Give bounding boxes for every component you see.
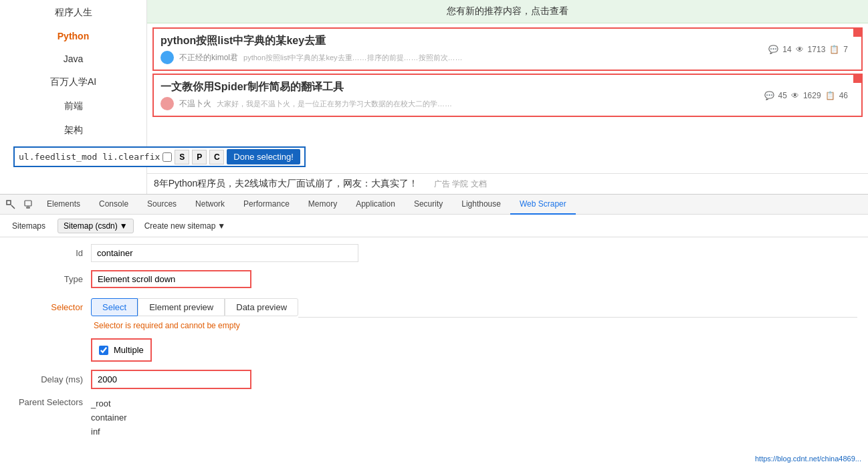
selector-checkbox[interactable] — [162, 152, 172, 162]
sidebar-item-frontend[interactable]: 前端 — [64, 100, 83, 112]
sidebar-item-python[interactable]: Python — [58, 31, 89, 41]
type-label: Type — [11, 274, 91, 284]
selector-error: Selector is required and cannot be empty — [94, 321, 240, 330]
parent-selectors-list: _root container inf — [91, 397, 126, 439]
data-preview-tab-button[interactable]: Data preview — [225, 298, 298, 316]
form-row-parent-selectors: Parent Selectors _root container inf — [11, 397, 857, 439]
website-area: 有序构建您的知识和想法，让工作学习更高效 程序人生 Python Java 百万… — [0, 0, 868, 194]
dropdown-arrow: ▼ — [120, 221, 128, 231]
create-sitemap-button[interactable]: Create new sitemap ▼ — [139, 219, 231, 233]
tab-elements[interactable]: Elements — [37, 195, 90, 215]
c-button[interactable]: C — [209, 150, 224, 164]
article-meta-2: 不温卜火 大家好，我是不温卜火，是一位正在努力学习大数据的在校大二的学…… — [160, 97, 855, 110]
article-corner-1 — [853, 29, 861, 37]
sidebar-item-java[interactable]: Java — [64, 53, 84, 64]
url-bar: https://blog.cdnt.net/china4869... — [755, 455, 861, 463]
delay-input[interactable] — [91, 370, 251, 389]
article-meta-1: 不正经的kimol君 python按照list中字典的某key去重……排序的前提… — [160, 51, 855, 64]
multiple-checkbox[interactable] — [99, 346, 108, 355]
parent-selector-container: container — [91, 411, 126, 425]
done-selecting-button[interactable]: Done selecting! — [227, 149, 300, 164]
article-corner-2 — [853, 75, 861, 83]
devtools-panel: Elements Console Sources Network Perform… — [0, 194, 868, 468]
type-value[interactable]: Element scroll down — [91, 270, 251, 288]
form-row-delay: Delay (ms) — [11, 370, 857, 389]
selector-label: Selector — [11, 302, 91, 312]
sitemap-csdn-tab[interactable]: Sitemap (csdn) ▼ — [58, 219, 134, 233]
multiple-checkbox-box: Multiple — [91, 338, 152, 362]
news-banner: 8年Python程序员，夫2线城市大厂面试崩了，网友：大真实了！ 广告 学院 文… — [147, 173, 868, 194]
article-stats-1: 💬14 👁1713 📋7 — [768, 45, 848, 54]
multiple-label: Multiple — [114, 345, 144, 355]
svg-rect-1 — [25, 201, 31, 206]
tab-application[interactable]: Application — [346, 195, 405, 215]
article-title-2: 一文教你用Spider制作简易的翻译工具 — [160, 80, 855, 94]
tab-security[interactable]: Security — [405, 195, 452, 215]
form-area: Id Type Element scroll down Selector Sel… — [0, 237, 868, 468]
sitemaps-bar: Sitemaps Sitemap (csdn) ▼ Create new sit… — [0, 215, 868, 237]
tab-webscraper[interactable]: Web Scraper — [510, 195, 576, 215]
parent-selector-inf: inf — [91, 425, 126, 439]
device-icon[interactable] — [20, 197, 36, 213]
svg-rect-0 — [7, 201, 11, 205]
selector-tab-buttons: Select Element preview Data preview — [91, 298, 298, 316]
author-avatar-1 — [160, 51, 174, 64]
notification-bar[interactable]: 您有新的推荐内容，点击查看 — [147, 0, 868, 23]
parent-selector-root: _root — [91, 397, 126, 411]
tab-console[interactable]: Console — [90, 195, 138, 215]
p-button[interactable]: P — [192, 150, 207, 164]
inspect-icon[interactable] — [3, 197, 19, 213]
news-tags: 广告 学院 文档 — [434, 179, 487, 189]
sidebar-item-arch[interactable]: 架构 — [64, 124, 83, 136]
sidebar-item-programs[interactable]: 程序人生 — [55, 7, 92, 19]
select-tab-button[interactable]: Select — [91, 298, 138, 316]
tab-sources[interactable]: Sources — [138, 195, 186, 215]
create-dropdown-arrow: ▼ — [217, 221, 225, 231]
article-card-2[interactable]: 一文教你用Spider制作简易的翻译工具 不温卜火 大家好，我是不温卜火，是一位… — [152, 74, 863, 117]
tab-lighthouse[interactable]: Lighthouse — [452, 195, 510, 215]
author-avatar-2 — [160, 97, 174, 110]
parent-selectors-label: Parent Selectors — [11, 397, 91, 407]
form-row-type: Type Element scroll down — [11, 270, 857, 288]
id-input[interactable] — [91, 244, 358, 262]
selector-text: ul.feedlist_mod li.clearfix — [19, 152, 160, 162]
element-preview-tab-button[interactable]: Element preview — [138, 298, 225, 316]
sitemaps-tab[interactable]: Sitemaps — [5, 219, 52, 233]
article-title-1: python按照list中字典的某key去重 — [160, 34, 855, 48]
tab-performance[interactable]: Performance — [234, 195, 299, 215]
id-label: Id — [11, 248, 91, 258]
selector-empty-area — [298, 296, 857, 318]
tab-memory[interactable]: Memory — [299, 195, 346, 215]
form-row-multiple: Multiple — [11, 338, 857, 362]
selector-bar: ul.feedlist_mod li.clearfix S P C Done s… — [13, 146, 306, 167]
devtools-tabs: Elements Console Sources Network Perform… — [37, 195, 865, 215]
sidebar-item-ai[interactable]: 百万人学AI — [50, 76, 96, 88]
article-card-1[interactable]: python按照list中字典的某key去重 不正经的kimol君 python… — [152, 27, 863, 71]
form-row-id: Id — [11, 244, 857, 262]
devtools-toolbar: Elements Console Sources Network Perform… — [0, 195, 868, 215]
article-stats-2: 💬45 👁1629 📋46 — [764, 91, 848, 100]
s-button[interactable]: S — [175, 150, 189, 164]
form-row-selector: Selector Select Element preview Data pre… — [11, 296, 857, 330]
tab-network[interactable]: Network — [186, 195, 234, 215]
delay-label: Delay (ms) — [11, 374, 91, 384]
